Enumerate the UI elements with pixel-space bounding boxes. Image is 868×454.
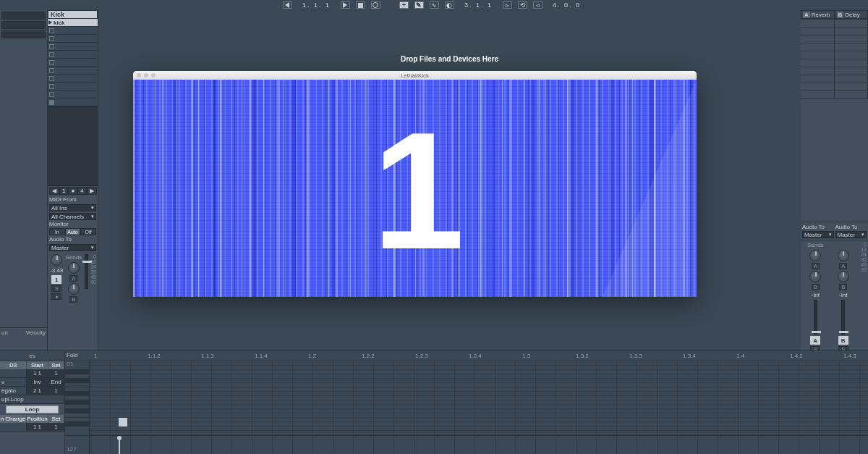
plugin-body[interactable]: 1 bbox=[133, 80, 697, 297]
solo-button[interactable]: S bbox=[51, 285, 61, 292]
record-button[interactable] bbox=[371, 1, 380, 9]
set-toggle[interactable]: 1 bbox=[48, 387, 64, 395]
clip-slot[interactable] bbox=[48, 27, 98, 35]
pager-right[interactable]: ▶ bbox=[87, 187, 97, 195]
return-b-audio-to-select[interactable]: Master bbox=[835, 231, 867, 238]
clip-slot[interactable] bbox=[48, 35, 98, 43]
punch-out-button[interactable]: ◃ bbox=[533, 1, 542, 9]
monitor-label: Monitor bbox=[49, 221, 96, 227]
plugin-title: Lethal/Kick bbox=[401, 72, 429, 79]
plugin-titlebar[interactable]: Lethal/Kick bbox=[133, 71, 697, 80]
plugin-window[interactable]: Lethal/Kick 1 bbox=[133, 71, 697, 297]
velocity-marker[interactable] bbox=[119, 438, 120, 454]
loop-half-button[interactable]: ◐ bbox=[445, 1, 454, 9]
on-label: on bbox=[1, 329, 8, 336]
set-toggle[interactable]: 1 bbox=[48, 423, 64, 432]
window-traffic-lights[interactable] bbox=[137, 73, 156, 77]
send-b-knob[interactable] bbox=[68, 283, 80, 295]
meter-ticks: 01224364860 bbox=[858, 242, 867, 353]
clip-slot[interactable] bbox=[48, 43, 98, 51]
send-b-label: B bbox=[69, 296, 77, 303]
fold-toggle[interactable]: Fold bbox=[67, 352, 78, 358]
bar-position[interactable]: 1. 1. 1 bbox=[298, 1, 335, 9]
velocity-header: on Velocity bbox=[0, 327, 47, 337]
rewind-button[interactable] bbox=[283, 1, 292, 9]
play-button[interactable] bbox=[341, 1, 350, 9]
clip-slot[interactable] bbox=[48, 59, 98, 67]
return-a-fader[interactable] bbox=[814, 300, 817, 335]
clip-slot[interactable] bbox=[48, 67, 98, 75]
pan-knob[interactable] bbox=[51, 254, 62, 266]
play-icon bbox=[343, 2, 347, 8]
midi-grid[interactable] bbox=[90, 361, 868, 435]
audio-to-select[interactable]: Master bbox=[49, 244, 96, 251]
midi-from-label: MIDI From bbox=[49, 196, 96, 203]
scene-slots bbox=[801, 19, 868, 222]
plus-icon: + bbox=[402, 1, 406, 9]
track-title[interactable]: Kick bbox=[48, 10, 98, 19]
return-a-audio-to-select[interactable]: Master bbox=[802, 231, 834, 238]
punch-in-button[interactable]: ▹ bbox=[503, 1, 512, 9]
clip-slot-stopall[interactable] bbox=[48, 98, 98, 106]
position-value[interactable]: 1 1 bbox=[27, 423, 48, 432]
loop-toggle[interactable]: Loop bbox=[6, 405, 59, 413]
change-label: n Change bbox=[0, 415, 27, 423]
return-a-activator[interactable]: A bbox=[810, 336, 820, 345]
midi-from-select[interactable]: All Ins bbox=[49, 204, 96, 211]
start-value[interactable]: 1 1 bbox=[27, 369, 48, 378]
sends-label: Sends bbox=[66, 254, 82, 261]
arm-button[interactable]: ● bbox=[51, 293, 61, 300]
return-a-send-a-knob[interactable] bbox=[809, 250, 821, 261]
monitor-off[interactable]: Off bbox=[80, 228, 96, 235]
clip-slot[interactable] bbox=[48, 91, 98, 98]
clip-name: kick bbox=[54, 20, 65, 26]
return-a-send-b-knob[interactable] bbox=[809, 271, 821, 282]
automation-button[interactable]: ∿ bbox=[430, 1, 439, 9]
loop-length[interactable]: 4. 0. 0 bbox=[548, 1, 585, 9]
midi-channel-select[interactable]: All Channels bbox=[49, 213, 96, 220]
clip-slot[interactable] bbox=[48, 75, 98, 83]
overdub-button[interactable]: + bbox=[399, 1, 409, 9]
midi-note[interactable] bbox=[119, 422, 127, 426]
monitor-auto[interactable]: Auto bbox=[65, 228, 81, 235]
return-b-header[interactable]: BDelay bbox=[835, 10, 869, 19]
pager-left[interactable]: ◀ bbox=[49, 187, 59, 195]
return-b-fader[interactable] bbox=[841, 300, 845, 335]
record-icon bbox=[373, 2, 378, 8]
clip-stop-icon bbox=[49, 36, 54, 41]
clip-slot[interactable] bbox=[48, 51, 98, 59]
browser-item[interactable] bbox=[1, 30, 46, 38]
send-b-letter: B bbox=[839, 284, 847, 290]
clip-tab-es[interactable]: es bbox=[0, 351, 64, 361]
track-activator[interactable]: 1 bbox=[51, 275, 61, 284]
velocity-grid[interactable] bbox=[90, 436, 868, 454]
pan-value: -3.48 bbox=[50, 267, 63, 274]
volume-fader[interactable] bbox=[85, 254, 88, 289]
piano-roll-keys[interactable]: D3 bbox=[65, 361, 90, 435]
numeral-one-graphic: 1 bbox=[373, 108, 458, 274]
monitor-in[interactable]: In bbox=[49, 228, 65, 235]
return-a-header[interactable]: AReverb bbox=[801, 10, 835, 19]
clip-slot-0[interactable]: kick bbox=[48, 19, 98, 27]
clip-slot[interactable] bbox=[48, 83, 98, 91]
arrangement-position[interactable]: 3. 1. 1 bbox=[460, 1, 497, 9]
return-b-send-a-knob[interactable] bbox=[838, 250, 849, 261]
draw-button[interactable]: ✎ bbox=[414, 1, 424, 9]
browser-item[interactable] bbox=[1, 21, 46, 29]
transport-bar: 1. 1. 1 + ✎ ∿ ◐ 3. 1. 1 ▹ ⟲ ◃ 4. 0. 0 bbox=[0, 0, 868, 10]
browser-item[interactable] bbox=[1, 12, 46, 20]
end-value[interactable]: 2 1 bbox=[27, 387, 48, 395]
send-a-letter: A bbox=[839, 263, 847, 269]
return-b-send-b-knob[interactable] bbox=[838, 271, 849, 282]
set-toggle[interactable]: 1 bbox=[48, 369, 64, 378]
return-a-audio-to-label: Audio To bbox=[802, 224, 834, 230]
return-b-activator[interactable]: B bbox=[838, 336, 848, 345]
loop-button[interactable]: ⟲ bbox=[518, 1, 527, 9]
clip-editor: es D3 Start Set 1 11 vInvEnd egato2 11 u… bbox=[0, 350, 868, 454]
clip-stop-icon bbox=[49, 76, 54, 81]
send-a-knob[interactable] bbox=[68, 262, 80, 274]
midi-ruler[interactable]: Fold 1 1.1.2 1.1.3 1.1.4 1.2 1.2.2 1.2.3… bbox=[65, 351, 868, 361]
device-overview[interactable] bbox=[48, 106, 98, 186]
note-header: D3 bbox=[0, 361, 27, 369]
stop-button[interactable] bbox=[356, 1, 365, 9]
